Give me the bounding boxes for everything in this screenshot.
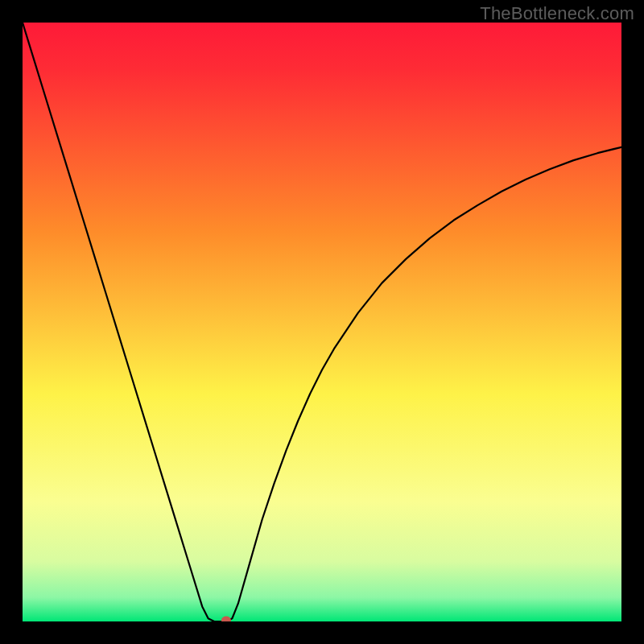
chart-frame: TheBottleneck.com [0,0,644,644]
gradient-background [23,23,621,621]
chart-svg [23,23,621,621]
plot-area [23,23,621,621]
watermark-text: TheBottleneck.com [480,3,634,24]
